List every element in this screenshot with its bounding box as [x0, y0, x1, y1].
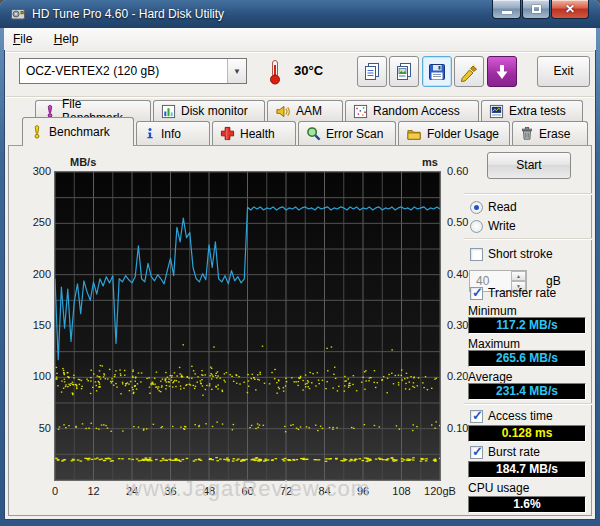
- hard-disk-icon: [10, 6, 26, 22]
- axis-tick: 0: [33, 485, 77, 497]
- axis-tick: 100: [5, 370, 51, 382]
- axis-tick: 0.60: [447, 165, 487, 177]
- save-button[interactable]: [422, 56, 452, 87]
- temperature-button[interactable]: [260, 56, 290, 87]
- health-cross-icon: [220, 126, 235, 141]
- maximum-value: 265.6 MB/s: [468, 350, 586, 367]
- benchmark-chart: [54, 171, 441, 481]
- benchmark-plot: [55, 172, 440, 480]
- tab-erase[interactable]: Erase: [512, 121, 588, 145]
- export-button[interactable]: [487, 56, 517, 87]
- tab-benchmark[interactable]: Benchmark: [22, 117, 134, 146]
- close-button[interactable]: ✕: [551, 0, 589, 19]
- copy-text-button[interactable]: [357, 56, 387, 87]
- radio-label: Write: [488, 219, 516, 233]
- checkbox-icon: [470, 287, 483, 300]
- maximize-icon: [532, 5, 541, 13]
- export-icon: [492, 62, 512, 82]
- extra-tests-icon: [489, 104, 504, 119]
- checkbox-icon: [470, 248, 483, 261]
- thermometer-icon: [268, 59, 282, 85]
- tab-disk-monitor[interactable]: Disk monitor: [153, 100, 265, 121]
- separator-line: [6, 51, 594, 53]
- random-access-icon: [353, 104, 368, 119]
- axis-tick: 0.50: [447, 216, 487, 228]
- tab-label: Folder Usage: [427, 127, 499, 141]
- drive-select-value: OCZ-VERTEX2 (120 gB): [20, 64, 227, 78]
- average-value: 231.4 MB/s: [468, 383, 586, 400]
- tab-label: Disk monitor: [181, 104, 248, 118]
- window-title: HD Tune Pro 4.60 - Hard Disk Utility: [32, 7, 224, 21]
- radio-icon: [470, 201, 483, 214]
- minimize-icon: [502, 11, 512, 14]
- tab-label: AAM: [296, 104, 322, 118]
- tab-label: Erase: [539, 127, 570, 141]
- tab-health[interactable]: Health: [212, 121, 296, 145]
- copy-image-icon: [394, 62, 414, 82]
- tab-random-access[interactable]: Random Access: [345, 100, 479, 121]
- tab-label: Benchmark: [49, 125, 110, 139]
- exit-button[interactable]: Exit: [537, 56, 590, 87]
- maximum-label: Maximum: [468, 337, 520, 351]
- axis-tick: 0.10: [447, 422, 487, 434]
- tab-folder-usage[interactable]: Folder Usage: [398, 121, 510, 145]
- checkbox-icon: [470, 410, 483, 423]
- disk-monitor-icon: [161, 104, 176, 119]
- axis-tick: 250: [5, 216, 51, 228]
- axis-tick: 0.20: [447, 370, 487, 382]
- axis-tick: 0.30: [447, 319, 487, 331]
- drive-select-dropdown[interactable]: OCZ-VERTEX2 (120 gB) ▼: [19, 58, 247, 84]
- watermark: www.JagatReview.com: [126, 476, 370, 502]
- save-icon: [427, 62, 447, 82]
- checkbox-label: Short stroke: [488, 247, 553, 261]
- separator-line: [464, 193, 592, 195]
- radio-label: Read: [488, 200, 517, 214]
- axis-tick: 150: [5, 319, 51, 331]
- read-radio[interactable]: Read: [470, 200, 517, 214]
- start-button[interactable]: Start: [487, 152, 571, 179]
- copy-image-button[interactable]: [389, 56, 419, 87]
- folder-icon: [406, 127, 422, 141]
- temperature-value: 30°C: [294, 63, 323, 78]
- menu-help[interactable]: Help: [45, 28, 88, 50]
- arrow-up-icon[interactable]: ▲: [511, 271, 526, 281]
- separator-line: [464, 403, 592, 405]
- speaker-icon: [275, 104, 291, 119]
- title-bar[interactable]: HD Tune Pro 4.60 - Hard Disk Utility ✕: [0, 0, 600, 28]
- checkbox-label: Transfer rate: [488, 286, 556, 300]
- short-stroke-checkbox[interactable]: Short stroke: [470, 247, 553, 261]
- close-icon: ✕: [565, 2, 575, 16]
- app-window: HD Tune Pro 4.60 - Hard Disk Utility ✕ F…: [0, 0, 600, 526]
- tab-extra-tests[interactable]: Extra tests: [481, 100, 583, 121]
- tab-label: Random Access: [373, 104, 460, 118]
- tab-label: Health: [240, 127, 275, 141]
- cpu-usage-label: CPU usage: [468, 481, 529, 495]
- axis-tick: 108: [380, 485, 424, 497]
- axis-tick: 50: [5, 422, 51, 434]
- magnifier-icon: [306, 126, 321, 141]
- checkbox-label: Access time: [488, 409, 553, 423]
- transfer-rate-checkbox[interactable]: Transfer rate: [470, 286, 556, 300]
- y-right-axis-unit: ms: [410, 156, 438, 168]
- tab-info[interactable]: Info: [136, 121, 210, 145]
- tab-label: Extra tests: [509, 104, 566, 118]
- tab-error-scan[interactable]: Error Scan: [298, 121, 396, 145]
- tab-label: Info: [161, 127, 181, 141]
- checkbox-icon: [470, 446, 483, 459]
- cpu-usage-value: 1.6%: [468, 496, 586, 513]
- menu-file[interactable]: File: [4, 28, 41, 50]
- maximize-button[interactable]: [522, 0, 550, 19]
- burst-rate-checkbox[interactable]: Burst rate: [470, 445, 540, 459]
- axis-tick: 200: [5, 268, 51, 280]
- screenshot-button[interactable]: [454, 56, 484, 87]
- axis-tick: 12: [72, 485, 116, 497]
- axis-tick: 0.40: [447, 268, 487, 280]
- checkbox-label: Burst rate: [488, 445, 540, 459]
- menu-bar: File Help: [4, 28, 596, 50]
- screenshot-icon: [459, 62, 479, 82]
- tab-aam[interactable]: AAM: [267, 100, 343, 121]
- minimize-button[interactable]: [492, 0, 521, 19]
- trash-icon: [520, 126, 534, 141]
- minimum-label: Minimum: [468, 304, 517, 318]
- axis-tick: 300: [5, 165, 51, 177]
